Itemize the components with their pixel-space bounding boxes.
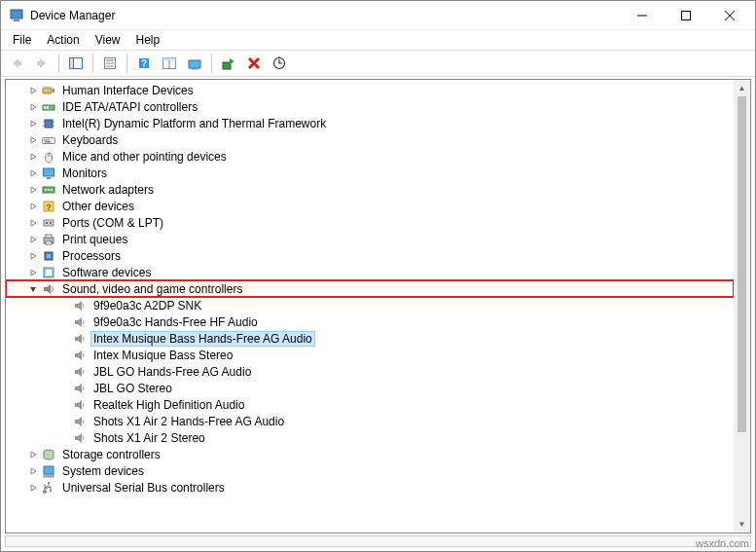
maximize-button[interactable]: [664, 2, 707, 29]
svg-point-42: [48, 189, 50, 191]
device-label: 9f9e0a3c A2DP SNK: [91, 299, 203, 313]
menu-view[interactable]: View: [88, 31, 128, 49]
svg-rect-18: [192, 68, 198, 70]
scan-hardware-button[interactable]: [268, 52, 291, 75]
menu-help[interactable]: Help: [128, 31, 168, 49]
tree-category[interactable]: Human Interface Devices: [6, 82, 734, 98]
svg-rect-46: [44, 220, 54, 226]
tree-category[interactable]: ?Other devices: [6, 198, 734, 214]
speaker-icon: [72, 414, 88, 429]
tree-device[interactable]: Intex Musique Bass Stereo: [6, 347, 734, 363]
svg-rect-25: [47, 106, 49, 109]
menu-file[interactable]: File: [5, 31, 39, 49]
help-button[interactable]: ?: [132, 52, 156, 75]
tree-category[interactable]: Ports (COM & LPT): [6, 214, 734, 231]
properties-button[interactable]: [98, 52, 122, 75]
expander-icon[interactable]: [25, 83, 41, 98]
svg-rect-60: [48, 482, 50, 484]
other-icon: ?: [41, 199, 56, 214]
expander-icon[interactable]: [25, 447, 41, 462]
expander-icon[interactable]: [25, 265, 41, 280]
expander-icon[interactable]: [25, 149, 41, 165]
device-label: 9f9e0a3c Hands-Free HF Audio: [91, 315, 260, 329]
close-button[interactable]: [707, 2, 751, 29]
svg-point-43: [51, 189, 53, 191]
uninstall-device-button[interactable]: [242, 52, 266, 75]
category-label: IDE ATA/ATAPI controllers: [60, 100, 199, 114]
vertical-scrollbar[interactable]: ▲ ▼: [734, 80, 750, 533]
speaker-icon: [72, 364, 88, 380]
sound-icon: [41, 281, 56, 297]
tree-device[interactable]: Realtek High Definition Audio: [6, 396, 734, 413]
cpu-icon: [41, 248, 56, 264]
tree-category[interactable]: Universal Serial Bus controllers: [6, 479, 734, 496]
expander-icon[interactable]: [25, 116, 41, 131]
scroll-down-button[interactable]: ▼: [734, 516, 750, 533]
tree-category[interactable]: Sound, video and game controllers: [6, 280, 734, 297]
forward-button[interactable]: [30, 52, 54, 75]
speaker-icon: [72, 348, 88, 363]
tree-category[interactable]: Print queues: [6, 231, 734, 247]
software-icon: [41, 265, 56, 280]
toolbar-separator: [126, 54, 127, 73]
expander-icon[interactable]: [25, 182, 41, 198]
tree-category[interactable]: Intel(R) Dynamic Platform and Thermal Fr…: [6, 115, 734, 131]
svg-point-47: [46, 222, 48, 224]
svg-rect-1: [14, 19, 19, 21]
scrollbar-thumb[interactable]: [738, 96, 746, 432]
svg-rect-58: [44, 475, 54, 477]
tree-category[interactable]: Keyboards: [6, 131, 734, 148]
device-label: Shots X1 Air 2 Hands-Free AG Audio: [91, 415, 286, 428]
view-by-type-button[interactable]: [158, 52, 181, 75]
tree-category[interactable]: Mice and other pointing devices: [6, 148, 734, 165]
tree-category[interactable]: Software devices: [6, 264, 734, 280]
tree-device[interactable]: 9f9e0a3c Hands-Free HF Audio: [6, 313, 734, 330]
svg-rect-57: [44, 466, 54, 474]
category-label: System devices: [60, 464, 146, 478]
device-tree[interactable]: Human Interface DevicesIDE ATA/ATAPI con…: [6, 80, 734, 533]
tree-device[interactable]: Intex Musique Bass Hands-Free AG Audio: [6, 330, 734, 347]
tree-category[interactable]: Processors: [6, 247, 734, 264]
toolbar-separator: [58, 54, 59, 73]
tree-device[interactable]: JBL GO Hands-Free AG Audio: [6, 363, 734, 380]
tree-category[interactable]: IDE ATA/ATAPI controllers: [6, 98, 734, 115]
tree-device[interactable]: Shots X1 Air 2 Hands-Free AG Audio: [6, 413, 734, 429]
expander-icon[interactable]: [25, 215, 41, 231]
expander-icon[interactable]: [25, 232, 41, 247]
expander-icon[interactable]: [25, 480, 41, 496]
tree-device[interactable]: Shots X1 Air 2 Stereo: [6, 429, 734, 446]
device-label: JBL GO Stereo: [91, 382, 174, 395]
svg-text:?: ?: [46, 202, 52, 212]
expander-icon[interactable]: [25, 199, 41, 214]
minimize-button[interactable]: [620, 2, 664, 29]
speaker-icon: [72, 331, 88, 347]
tree-panel: Human Interface DevicesIDE ATA/ATAPI con…: [5, 79, 751, 534]
svg-rect-53: [47, 254, 51, 258]
svg-point-41: [45, 189, 47, 191]
usb-icon: [41, 480, 56, 496]
expander-icon[interactable]: [25, 132, 41, 148]
menu-action[interactable]: Action: [39, 31, 87, 49]
expander-icon[interactable]: [25, 99, 41, 115]
svg-rect-19: [223, 62, 231, 69]
svg-rect-50: [46, 235, 52, 238]
expander-icon[interactable]: [25, 166, 41, 181]
tree-category[interactable]: Monitors: [6, 165, 734, 181]
speaker-icon: [72, 430, 88, 446]
scroll-up-button[interactable]: ▲: [734, 80, 750, 96]
enable-device-button[interactable]: [217, 52, 240, 75]
expander-icon[interactable]: [25, 463, 41, 479]
update-driver-button[interactable]: [183, 52, 206, 75]
tree-category[interactable]: Storage controllers: [6, 446, 734, 462]
network-icon: [41, 182, 56, 198]
show-hide-button[interactable]: [64, 52, 88, 75]
expander-icon[interactable]: [25, 248, 41, 264]
tree-device[interactable]: 9f9e0a3c A2DP SNK: [6, 297, 734, 313]
back-button[interactable]: [5, 52, 28, 75]
category-label: Processors: [60, 249, 123, 263]
expander-icon[interactable]: [25, 281, 41, 297]
tree-category[interactable]: Network adapters: [6, 181, 734, 198]
svg-rect-3: [681, 11, 690, 19]
tree-device[interactable]: JBL GO Stereo: [6, 380, 734, 396]
tree-category[interactable]: System devices: [6, 462, 734, 479]
